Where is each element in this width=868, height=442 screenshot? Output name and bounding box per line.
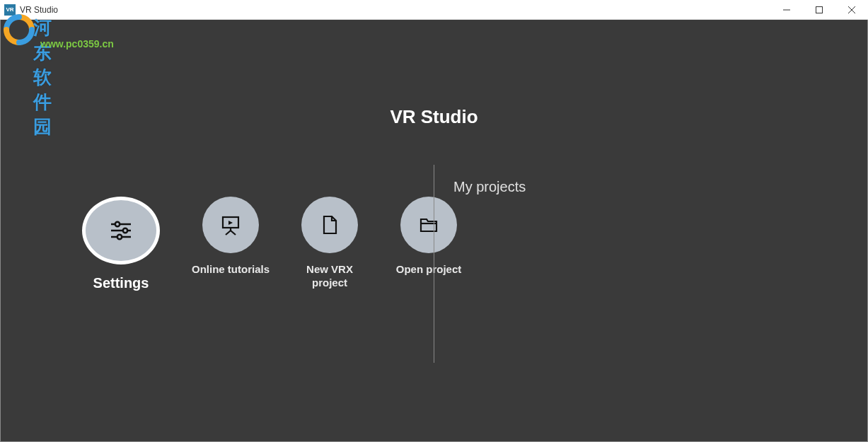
svg-line-13 [226, 231, 231, 235]
new-vrx-label: New VRX project [291, 263, 369, 290]
new-vrx-project-button[interactable]: New VRX project [291, 197, 369, 290]
folder-icon [418, 214, 439, 235]
settings-circle [82, 197, 160, 264]
maximize-icon [815, 6, 823, 14]
close-icon [847, 6, 856, 14]
settings-button[interactable]: Settings [71, 197, 170, 292]
svg-line-14 [231, 231, 236, 235]
actions-row: Settings Online tutorials [71, 197, 468, 292]
minimize-icon [782, 6, 791, 14]
window-title: VR Studio [20, 5, 58, 15]
sliders-icon [108, 218, 134, 243]
svg-marker-11 [228, 221, 233, 225]
app-icon: VR [4, 4, 16, 16]
minimize-button[interactable] [770, 0, 803, 19]
svg-rect-1 [816, 6, 823, 13]
app-title: VR Studio [1, 106, 867, 128]
close-button[interactable] [835, 0, 868, 19]
tutorials-label: Online tutorials [192, 263, 270, 277]
open-label: Open project [396, 263, 462, 277]
window-controls [770, 0, 868, 19]
presentation-icon [219, 214, 242, 236]
svg-point-9 [117, 235, 122, 239]
window-titlebar: VR VR Studio [0, 0, 868, 20]
vertical-divider [434, 165, 434, 363]
settings-label: Settings [93, 274, 149, 292]
file-icon [319, 214, 340, 235]
svg-point-7 [123, 228, 127, 233]
online-tutorials-button[interactable]: Online tutorials [192, 197, 270, 277]
watermark-url: www.pc0359.cn [40, 38, 114, 50]
maximize-button[interactable] [803, 0, 835, 19]
workspace: 河东软件园 www.pc0359.cn VR Studio Settings [0, 20, 868, 442]
my-projects-heading: My projects [453, 179, 526, 195]
svg-point-5 [115, 222, 120, 226]
open-circle [400, 197, 457, 253]
open-project-button[interactable]: Open project [390, 197, 468, 277]
new-vrx-circle [301, 197, 358, 253]
tutorials-circle [202, 197, 259, 253]
